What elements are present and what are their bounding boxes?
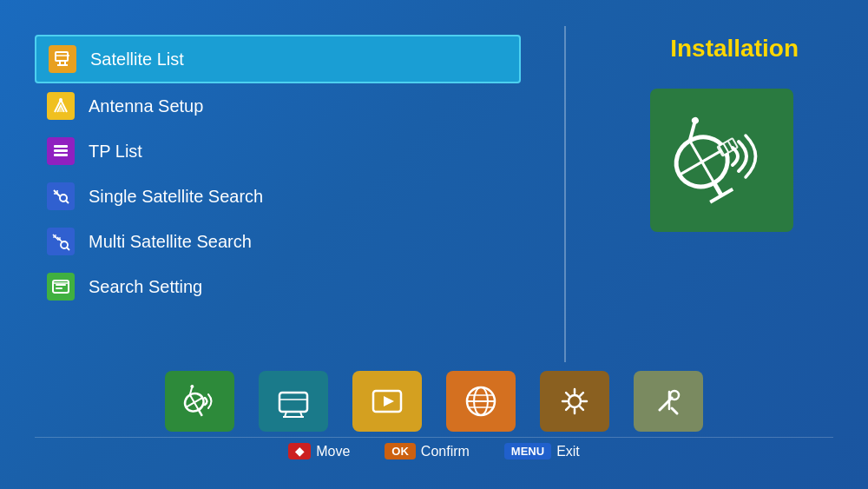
move-badge: ◆: [288, 443, 311, 459]
svg-line-42: [199, 410, 202, 416]
svg-point-41: [190, 384, 194, 388]
confirm-hint: OK Confirm: [385, 443, 470, 459]
svg-point-5: [59, 98, 62, 102]
svg-rect-24: [56, 287, 62, 289]
svg-line-39: [190, 395, 199, 410]
single-sat-icon: [47, 182, 75, 210]
svg-line-13: [66, 201, 69, 203]
svg-rect-0: [56, 52, 68, 61]
satellite-illustration: [665, 104, 778, 217]
menu-item-tp-list[interactable]: TP List: [35, 129, 521, 174]
tools-shortcut-button[interactable]: [634, 371, 703, 432]
satellite-list-label: Satellite List: [90, 50, 184, 69]
menu-item-multi-satellite-search[interactable]: Multi Satellite Search: [35, 219, 521, 264]
antenna-icon: [47, 92, 75, 120]
svg-line-59: [672, 408, 677, 413]
media-shortcut-button[interactable]: [352, 371, 422, 432]
satellite-list-icon: [49, 45, 76, 73]
search-setting-icon: [47, 273, 75, 301]
search-setting-label: Search Setting: [89, 277, 202, 297]
svg-marker-49: [384, 396, 394, 406]
multi-sat-icon: [47, 228, 75, 255]
bottom-icons-row: [35, 362, 833, 437]
confirm-badge: OK: [385, 443, 416, 459]
antenna-setup-label: Antenna Setup: [89, 96, 203, 116]
vertical-divider: [564, 26, 566, 362]
single-satellite-search-label: Single Satellite Search: [89, 187, 263, 207]
svg-line-28: [690, 141, 714, 182]
globe-shortcut-button[interactable]: [446, 371, 516, 432]
move-label: Move: [316, 444, 350, 459]
menu-item-search-setting[interactable]: Search Setting: [35, 264, 521, 309]
main-container: Satellite List Antenna Setup: [0, 0, 868, 489]
move-hint: ◆ Move: [288, 443, 350, 459]
exit-label: Exit: [556, 444, 580, 459]
svg-rect-23: [56, 284, 66, 286]
svg-point-57: [670, 391, 679, 400]
bottom-hint-bar: ◆ Move OK Confirm MENU Exit: [35, 437, 833, 463]
tp-list-icon: [47, 137, 75, 165]
svg-point-20: [61, 241, 68, 248]
svg-point-55: [569, 395, 581, 407]
exit-badge: MENU: [504, 443, 551, 459]
svg-line-31: [714, 182, 722, 195]
multi-satellite-search-label: Multi Satellite Search: [89, 232, 252, 252]
svg-rect-6: [54, 145, 68, 148]
tv-shortcut-button[interactable]: [259, 371, 328, 432]
svg-rect-43: [279, 393, 307, 412]
satellite-icon-box: [650, 89, 793, 232]
svg-rect-7: [54, 149, 68, 152]
installation-title: Installation: [670, 35, 833, 63]
svg-point-30: [690, 116, 700, 125]
svg-line-21: [67, 248, 69, 250]
svg-line-32: [710, 188, 733, 202]
right-panel: Installation: [609, 26, 833, 362]
menu-item-satellite-list[interactable]: Satellite List: [35, 35, 521, 83]
content-area: Satellite List Antenna Setup: [35, 26, 833, 362]
menu-item-antenna-setup[interactable]: Antenna Setup: [35, 83, 521, 129]
menu-panel: Satellite List Antenna Setup: [35, 26, 521, 362]
exit-hint: MENU Exit: [504, 443, 580, 459]
satellite-shortcut-button[interactable]: [165, 371, 234, 432]
tp-list-label: TP List: [89, 142, 142, 162]
svg-rect-8: [54, 154, 68, 156]
menu-item-single-satellite-search[interactable]: Single Satellite Search: [35, 174, 521, 219]
svg-rect-22: [53, 281, 69, 293]
svg-point-12: [60, 195, 67, 202]
confirm-label: Confirm: [421, 444, 470, 459]
settings-shortcut-button[interactable]: [540, 371, 609, 432]
